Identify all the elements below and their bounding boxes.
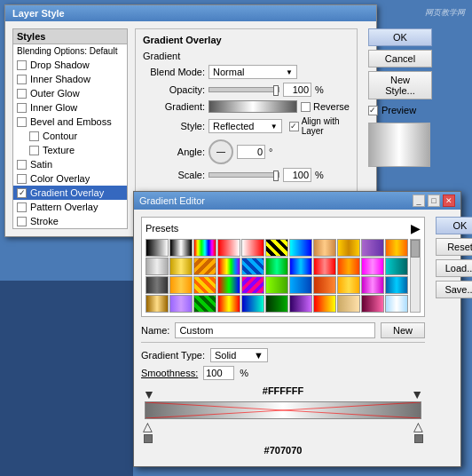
gradient-overlay-checkbox[interactable]	[17, 188, 27, 198]
preset-rainbow2[interactable]	[217, 258, 240, 275]
new-gradient-button[interactable]: New	[381, 322, 425, 338]
preset-diag5[interactable]	[193, 295, 216, 313]
preset-ocean[interactable]	[385, 276, 408, 294]
styles-color-overlay[interactable]: Color Overlay	[13, 171, 127, 186]
preset-gold3[interactable]	[169, 258, 193, 275]
bevel-emboss-checkbox[interactable]	[17, 117, 27, 127]
gradient-preview[interactable]	[208, 100, 297, 113]
ge-ok-button[interactable]: OK	[436, 217, 472, 234]
preset-forest[interactable]	[265, 295, 288, 313]
opacity-input[interactable]	[283, 83, 311, 97]
ge-load-button[interactable]: Load...	[436, 259, 472, 277]
new-style-button[interactable]: New Style...	[368, 71, 432, 99]
preset-lavender[interactable]	[169, 295, 193, 313]
preset-blue2[interactable]	[289, 258, 312, 275]
styles-satin[interactable]: Satin	[13, 157, 127, 171]
preset-bw[interactable]	[146, 239, 169, 257]
blend-mode-dropdown[interactable]: Normal ▼	[208, 65, 297, 79]
preset-rust[interactable]	[313, 276, 336, 294]
styles-texture[interactable]: Texture	[13, 143, 127, 157]
gradient-bar[interactable]	[145, 401, 421, 419]
styles-outer-glow[interactable]: Outer Glow	[13, 86, 127, 100]
preset-amber[interactable]	[337, 276, 360, 294]
preset-pink[interactable]	[361, 258, 384, 275]
opacity-thumb[interactable]	[273, 85, 279, 96]
style-dropdown[interactable]: Reflected ▼	[208, 119, 282, 133]
stroke-checkbox[interactable]	[17, 217, 27, 226]
preset-silver[interactable]	[146, 258, 169, 275]
preset-lime[interactable]	[265, 276, 288, 294]
styles-bevel-emboss[interactable]: Bevel and Emboss	[13, 115, 127, 129]
preset-warm[interactable]	[169, 276, 193, 294]
outer-glow-checkbox[interactable]	[17, 89, 27, 99]
color-overlay-checkbox[interactable]	[17, 174, 27, 184]
opacity-slider[interactable]	[208, 87, 279, 92]
preset-plum[interactable]	[361, 295, 384, 313]
cancel-button[interactable]: Cancel	[368, 50, 432, 67]
preset-stripes[interactable]	[265, 239, 288, 257]
scale-thumb[interactable]	[273, 171, 279, 181]
styles-stroke[interactable]: Stroke	[13, 214, 127, 228]
preview-checkbox[interactable]	[368, 106, 378, 115]
maximize-button[interactable]: □	[428, 194, 440, 207]
preset-fire[interactable]	[313, 295, 336, 313]
bottom-left-stop[interactable]: △	[143, 419, 153, 443]
preset-rainbow[interactable]	[193, 239, 216, 257]
texture-checkbox[interactable]	[29, 146, 39, 155]
preset-rtrans[interactable]	[217, 239, 240, 257]
preset-sand[interactable]	[337, 295, 360, 313]
preset-diag1[interactable]	[193, 258, 216, 275]
preset-orange2[interactable]	[385, 239, 408, 257]
preset-diag4[interactable]	[241, 276, 264, 294]
preset-magenta[interactable]	[361, 276, 384, 294]
preset-ww[interactable]	[169, 239, 193, 257]
preset-multi[interactable]	[217, 276, 240, 294]
gradient-type-dropdown[interactable]: Solid ▼	[210, 348, 268, 362]
styles-pattern-overlay[interactable]: Pattern Overlay	[13, 200, 127, 214]
styles-gradient-overlay[interactable]: Gradient Overlay	[13, 186, 127, 200]
styles-blending-options[interactable]: Blending Options: Default	[13, 44, 127, 58]
preset-dkgold[interactable]	[146, 295, 169, 313]
top-left-stop[interactable]: ▼	[143, 387, 155, 401]
styles-inner-glow[interactable]: Inner Glow	[13, 100, 127, 115]
ge-save-button[interactable]: Save...	[436, 281, 472, 298]
contour-checkbox[interactable]	[29, 131, 39, 141]
top-right-stop[interactable]: ▼	[411, 387, 423, 401]
preset-ice[interactable]	[385, 295, 408, 313]
preset-dark[interactable]	[146, 276, 169, 294]
preset-sky[interactable]	[289, 276, 312, 294]
inner-shadow-checkbox[interactable]	[17, 75, 27, 84]
angle-input[interactable]	[237, 145, 265, 159]
preset-red2[interactable]	[313, 258, 336, 275]
preset-hot[interactable]	[217, 295, 240, 313]
scale-input[interactable]	[283, 168, 311, 182]
preset-violet[interactable]	[361, 239, 384, 257]
preset-dusk[interactable]	[289, 295, 312, 313]
preset-cool[interactable]	[241, 295, 264, 313]
scale-slider[interactable]	[208, 172, 279, 178]
minimize-button[interactable]: _	[413, 194, 425, 207]
pattern-overlay-checkbox[interactable]	[17, 202, 27, 212]
bottom-right-stop[interactable]: △	[413, 419, 423, 443]
preset-green2[interactable]	[265, 258, 288, 275]
preset-diag3[interactable]	[193, 276, 216, 294]
preset-teal[interactable]	[385, 258, 408, 275]
satin-checkbox[interactable]	[17, 160, 27, 170]
ge-reset-button[interactable]: Reset	[436, 238, 472, 256]
inner-glow-checkbox[interactable]	[17, 103, 27, 113]
preset-cyan[interactable]	[289, 239, 312, 257]
name-input[interactable]	[175, 322, 375, 338]
ok-button[interactable]: OK	[368, 28, 432, 46]
align-checkbox[interactable]	[289, 122, 299, 131]
styles-drop-shadow[interactable]: Drop Shadow	[13, 58, 127, 72]
reverse-checkbox[interactable]	[301, 102, 311, 112]
preset-copper[interactable]	[313, 239, 336, 257]
styles-inner-shadow[interactable]: Inner Shadow	[13, 72, 127, 86]
close-button[interactable]: ✕	[443, 194, 455, 207]
presets-scrollbar[interactable]	[410, 239, 421, 313]
preset-gold2[interactable]	[337, 239, 360, 257]
drop-shadow-checkbox[interactable]	[17, 60, 27, 70]
preset-diag2[interactable]	[241, 258, 264, 275]
smoothness-input[interactable]	[203, 366, 234, 380]
angle-control[interactable]	[208, 139, 233, 164]
